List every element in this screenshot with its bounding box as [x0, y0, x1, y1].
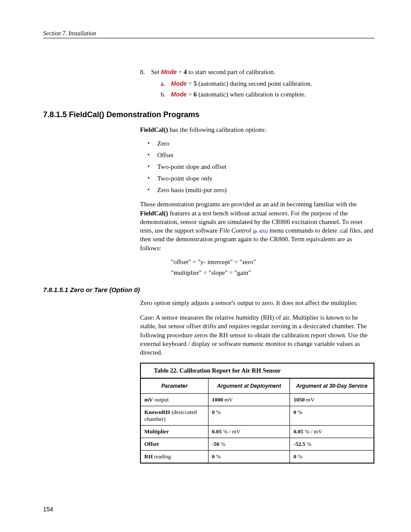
value: 5 — [193, 80, 197, 87]
substep-b: b. Mode = 6 (automatic) when calibration… — [161, 91, 374, 98]
intro-paragraph: FieldCal() has the following calibration… — [140, 125, 374, 134]
fieldcal-keyword: FieldCal() — [140, 210, 168, 217]
zero-paragraph-1: Zero option simply adjusts a sensor's ou… — [140, 299, 374, 307]
cell-service: -52.5 % — [290, 438, 374, 451]
text: (automatic) when calibration is complete… — [197, 91, 306, 98]
col-header-deployment: Argument at Deployment — [208, 378, 290, 394]
bullet-text: Two-point slope only — [157, 175, 374, 182]
heading-fieldcal-demo: 7.8.1.5 FieldCal() Demonstration Program… — [43, 110, 374, 119]
cell-parameter: RH reading — [140, 451, 208, 464]
text: has the following calibration options: — [168, 126, 266, 133]
bullet-icon: • — [140, 152, 157, 159]
step-8-block: 8. Set Mode = 4 to start second part of … — [140, 68, 374, 98]
page-reference-link[interactable]: (p. 431) — [253, 228, 268, 233]
sub-label: a. — [161, 80, 169, 87]
sub-text: Mode = 5 (automatic) during second point… — [171, 80, 312, 87]
bullet-text: Two-point slope and offset — [157, 163, 374, 171]
page-number: 154 — [43, 506, 53, 513]
fieldcal-keyword: FieldCal() — [140, 126, 168, 133]
term-equivalents: "offset" = "y- intercept" = "zero" "mult… — [171, 258, 374, 277]
mode-keyword: Mode — [171, 91, 187, 98]
bullet-icon: • — [140, 187, 157, 194]
cell-parameter: mV output — [140, 394, 208, 406]
text: Set — [151, 68, 161, 75]
cell-deployment: 1000 mV — [208, 394, 290, 406]
table-row: mV output1000 mV1050 mV — [140, 394, 374, 406]
value: 6 — [193, 91, 197, 98]
bullet-icon: • — [140, 175, 157, 182]
heading-zero-or-tare: 7.8.1.5.1 Zero or Tare (Option 0) — [43, 286, 374, 293]
equiv-line-2: "multiplier" = "slope" = "gain" — [171, 269, 374, 277]
value: 4 — [184, 68, 187, 75]
text: These demonstration programs are provide… — [140, 201, 357, 208]
sub-label: b. — [161, 91, 169, 98]
calibration-report-table: Table 22. Calibration Report for Air RH … — [140, 363, 374, 464]
cell-service: 0 % — [290, 451, 374, 464]
bullet-icon: • — [140, 163, 157, 171]
text: = — [177, 68, 184, 75]
step-number: 8. — [140, 68, 149, 76]
list-item: •Two-point slope and offset — [140, 163, 374, 171]
mode-keyword: Mode — [171, 80, 187, 87]
table-row: RH reading0 %0 % — [140, 451, 374, 464]
list-item: •Zero basis (multi-put zero) — [140, 187, 374, 194]
text: (automatic) during second point calibrat… — [197, 80, 312, 87]
sub-text: Mode = 6 (automatic) when calibration is… — [171, 91, 306, 98]
cell-parameter: Multiplier — [140, 426, 208, 438]
list-item: •Offset — [140, 152, 374, 159]
bullet-icon: • — [140, 140, 157, 147]
mode-keyword: Mode — [161, 68, 177, 75]
list-item: •Zero — [140, 140, 374, 147]
bullet-text: Zero — [157, 140, 374, 147]
cell-deployment: 0 % — [208, 406, 290, 426]
list-item: •Two-point slope only — [140, 175, 374, 182]
col-header-parameter: Parameter — [140, 378, 208, 394]
cell-service: 1050 mV — [290, 394, 374, 406]
table-row: Multiplier0.05 % / mV0.05 % / mV — [140, 426, 374, 438]
text: to start second part of calibration. — [187, 68, 275, 75]
step-text: Set Mode = 4 to start second part of cal… — [151, 68, 275, 75]
table-caption: Table 22. Calibration Report for Air RH … — [140, 363, 374, 378]
text: = — [187, 91, 193, 98]
bullet-text: Zero basis (multi-put zero) — [157, 187, 374, 194]
zero-paragraph-2: Case: A sensor measures the relative hum… — [140, 313, 374, 357]
running-header: Section 7. Installation — [43, 30, 374, 38]
file-control-term: File Control — [219, 227, 253, 234]
cell-parameter: Offset — [140, 438, 208, 451]
table-row: KnownRH (desiccated chamber)0 %0 % — [140, 406, 374, 426]
options-list: •Zero •Offset •Two-point slope and offse… — [140, 140, 374, 194]
cell-deployment: -50 % — [208, 438, 290, 451]
cell-parameter: KnownRH (desiccated chamber) — [140, 406, 208, 426]
cell-service: 0 % — [290, 406, 374, 426]
col-header-service: Argument at 30-Day Service — [290, 378, 374, 394]
cell-deployment: 0.05 % / mV — [208, 426, 290, 438]
equiv-line-1: "offset" = "y- intercept" = "zero" — [171, 258, 374, 266]
table-row: Offset-50 %-52.5 % — [140, 438, 374, 451]
demo-paragraph: These demonstration programs are provide… — [140, 200, 374, 252]
cell-deployment: 0 % — [208, 451, 290, 464]
list-step-8: 8. Set Mode = 4 to start second part of … — [140, 68, 374, 76]
text: = — [187, 80, 193, 87]
cell-service: 0.05 % / mV — [290, 426, 374, 438]
bullet-text: Offset — [157, 152, 374, 159]
substep-a: a. Mode = 5 (automatic) during second po… — [161, 80, 374, 87]
